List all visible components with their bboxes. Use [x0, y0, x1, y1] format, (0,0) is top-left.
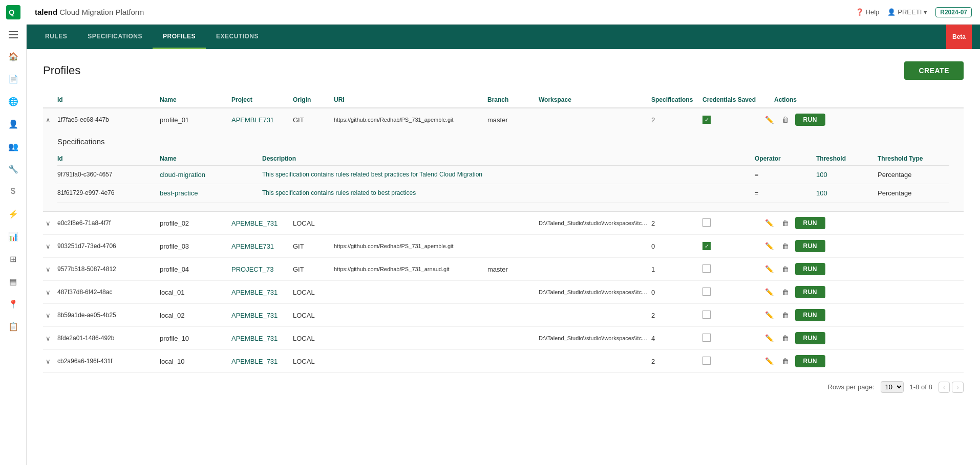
sidebar-item-home[interactable]: 🏠 [0, 45, 27, 68]
edit-icon-button[interactable]: ✏️ [763, 333, 776, 343]
sidebar-item-location[interactable]: 📍 [0, 293, 27, 315]
chevron-down-icon: ▾ [924, 8, 927, 16]
version-badge: R2024-07 [935, 7, 972, 17]
row-specifications: 2 [651, 219, 702, 227]
sidebar-item-dollar[interactable]: $ [0, 180, 27, 203]
help-circle-icon: ❓ [856, 8, 864, 16]
row-uri: https://github.com/Redhab/PS_731_arnaud.… [334, 266, 487, 272]
row-project: APEMBLE_731 [231, 312, 293, 319]
row-project: PROJECT_73 [231, 265, 293, 273]
run-button[interactable]: RUN [795, 263, 826, 275]
sidebar-item-people[interactable]: 👥 [0, 135, 27, 158]
table-row: ∨ 8fde2a01-1486-492b profile_10 APEMBLE_… [43, 327, 964, 350]
spec-description: This specification contains rules relate… [262, 189, 755, 197]
credentials-checkbox-unchecked [702, 264, 711, 273]
expand-collapse-icon[interactable]: ∧ [43, 116, 53, 124]
table-row: ∨ 9577b518-5087-4812 profile_04 PROJECT_… [43, 258, 964, 281]
delete-icon-button[interactable]: 🗑 [780, 287, 791, 297]
row-origin: LOCAL [293, 312, 334, 319]
row-project: APEMBLE731 [231, 116, 293, 124]
user-menu-button[interactable]: 👤 PREETI ▾ [887, 8, 927, 16]
delete-icon-button[interactable]: 🗑 [780, 218, 791, 228]
sidebar-item-grid[interactable]: ⊞ [0, 248, 27, 270]
row-uri: https://github.com/Redhab/PS_731_apemble… [334, 117, 487, 123]
row-id: 8b59a1de-ae05-4b25 [57, 312, 160, 319]
credentials-checkbox-unchecked [702, 357, 711, 365]
tab-profiles[interactable]: PROFILES [153, 25, 206, 49]
pagination-prev-button[interactable]: ‹ [939, 382, 950, 393]
run-button[interactable]: RUN [795, 355, 826, 367]
page-content: Profiles CREATE Id Name Project Origin U… [27, 49, 980, 465]
nav-tabs: RULES SPECIFICATIONS PROFILES EXECUTIONS… [27, 25, 980, 49]
sidebar-item-clipboard[interactable]: 📋 [0, 315, 27, 338]
delete-icon-button[interactable]: 🗑 [780, 356, 791, 366]
edit-icon-button[interactable]: ✏️ [763, 115, 776, 125]
table-header-row: Id Name Project Origin URI Branch Worksp… [43, 92, 964, 108]
edit-icon-button[interactable]: ✏️ [763, 356, 776, 366]
tab-executions[interactable]: EXECUTIONS [206, 25, 269, 49]
edit-icon-button[interactable]: ✏️ [763, 287, 776, 297]
row-actions: ✏️ 🗑 RUN [774, 355, 825, 367]
run-button[interactable]: RUN [795, 286, 826, 298]
row-actions: ✏️ 🗑 RUN [774, 332, 825, 344]
pagination: Rows per page: 10 25 50 1-8 of 8 ‹ › [43, 373, 964, 393]
row-project: APEMBLE_731 [231, 335, 293, 342]
expand-collapse-icon[interactable]: ∨ [43, 265, 53, 273]
sidebar-item-lightning[interactable]: ⚡ [0, 203, 27, 225]
expand-collapse-icon[interactable]: ∨ [43, 219, 53, 227]
expand-collapse-icon[interactable]: ∨ [43, 289, 53, 296]
beta-badge: Beta [946, 25, 972, 49]
spec-name[interactable]: cloud-migration [160, 171, 262, 179]
expand-collapse-icon[interactable]: ∨ [43, 312, 53, 319]
edit-icon-button[interactable]: ✏️ [763, 264, 776, 274]
sidebar-item-tools[interactable]: 🔧 [0, 158, 27, 180]
row-name: profile_02 [160, 219, 231, 227]
edit-icon-button[interactable]: ✏️ [763, 241, 776, 251]
spec-name[interactable]: best-practice [160, 189, 262, 197]
svg-text:Q: Q [9, 8, 14, 16]
run-button[interactable]: RUN [795, 332, 826, 344]
edit-icon-button[interactable]: ✏️ [763, 310, 776, 320]
sidebar-item-globe[interactable]: 🌐 [0, 90, 27, 113]
expand-collapse-icon[interactable]: ∨ [43, 335, 53, 342]
spec-threshold-type: Percentage [878, 189, 949, 197]
help-button[interactable]: ❓ Help [856, 8, 880, 16]
delete-icon-button[interactable]: 🗑 [780, 310, 791, 320]
sidebar-item-document[interactable]: 📄 [0, 68, 27, 90]
edit-icon-button[interactable]: ✏️ [763, 218, 776, 228]
sidebar-item-person[interactable]: 👤 [0, 113, 27, 135]
row-specifications: 2 [651, 116, 702, 124]
run-button[interactable]: RUN [795, 240, 826, 252]
row-origin: GIT [293, 265, 334, 273]
run-button[interactable]: RUN [795, 217, 826, 229]
expand-collapse-icon[interactable]: ∨ [43, 358, 53, 365]
col-header-uri: URI [334, 96, 487, 103]
tab-specifications[interactable]: SPECIFICATIONS [77, 25, 153, 49]
create-button[interactable]: CREATE [904, 61, 964, 80]
spec-col-id: Id [57, 155, 160, 162]
pagination-next-button[interactable]: › [952, 382, 964, 393]
run-button[interactable]: RUN [795, 114, 826, 126]
expand-collapse-icon[interactable]: ∨ [43, 242, 53, 250]
tab-rules[interactable]: RULES [35, 25, 77, 49]
row-workspace: D:\\Talend_Studio\\studio\\workspaces\\t… [539, 220, 651, 226]
main-area: talend Cloud Migration Platform ❓ Help 👤… [27, 0, 980, 465]
run-button[interactable]: RUN [795, 309, 826, 321]
delete-icon-button[interactable]: 🗑 [780, 264, 791, 274]
sidebar-expand-button[interactable] [0, 25, 27, 45]
sidebar-item-layers[interactable]: ▤ [0, 270, 27, 293]
pagination-nav: ‹ › [939, 382, 964, 393]
spec-col-operator: Operator [755, 155, 816, 162]
delete-icon-button[interactable]: 🗑 [780, 115, 791, 125]
logo-subtitle: Cloud Migration Platform [59, 8, 144, 16]
sidebar-item-chart[interactable]: 📊 [0, 225, 27, 248]
delete-icon-button[interactable]: 🗑 [780, 241, 791, 251]
delete-icon-button[interactable]: 🗑 [780, 333, 791, 343]
rows-per-page-select[interactable]: 10 25 50 [881, 381, 904, 393]
credentials-checkbox-unchecked [702, 311, 711, 319]
table-row: ∨ e0c2f8e6-71a8-4f7f profile_02 APEMBLE_… [43, 212, 964, 235]
row-origin: LOCAL [293, 335, 334, 342]
row-origin: GIT [293, 242, 334, 250]
specs-title: Specifications [57, 137, 949, 146]
profiles-table: Id Name Project Origin URI Branch Worksp… [43, 92, 964, 373]
